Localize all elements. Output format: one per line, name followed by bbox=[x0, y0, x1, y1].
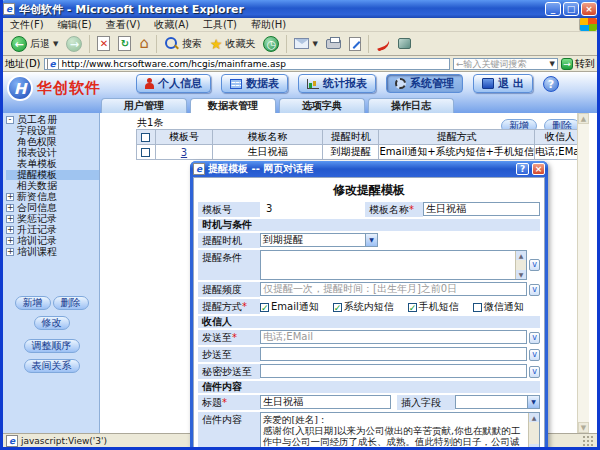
back-button[interactable]: ← 后退 ▼ bbox=[7, 36, 62, 52]
template-no-label: 模板号 bbox=[198, 202, 260, 217]
scroll-down-icon[interactable]: ▼ bbox=[516, 270, 526, 279]
sidebar-modify-button[interactable]: 修改 bbox=[34, 316, 70, 330]
maximize-button[interactable]: □ bbox=[563, 2, 579, 16]
bcc-to-picker-button[interactable]: v bbox=[529, 366, 540, 378]
nav-personal-info[interactable]: 个人信息 bbox=[136, 74, 211, 93]
address-input[interactable]: e http://www.hcrsoftware.com/hcgis/mainf… bbox=[44, 58, 450, 70]
condition-scrollbar[interactable]: ▲▼ bbox=[515, 251, 526, 279]
condition-textarea[interactable] bbox=[260, 250, 527, 280]
close-button[interactable]: × bbox=[581, 2, 597, 16]
url-page-icon: e bbox=[47, 58, 59, 70]
edit-button[interactable] bbox=[345, 37, 365, 51]
dialog-close-button[interactable]: × bbox=[532, 163, 545, 175]
nav-data-tables[interactable]: 数据表 bbox=[221, 74, 288, 93]
menu-view[interactable]: 查看(V) bbox=[99, 18, 148, 32]
expand-icon[interactable]: + bbox=[6, 193, 14, 201]
sidebar-relations-button[interactable]: 表间关系 bbox=[24, 359, 80, 373]
expand-icon[interactable]: + bbox=[6, 237, 14, 245]
scroll-up-icon[interactable]: ▲ bbox=[529, 413, 539, 422]
search-button[interactable]: 搜索 bbox=[160, 36, 206, 51]
brand-name: 华创软件 bbox=[37, 79, 101, 98]
mail-icon bbox=[294, 38, 309, 49]
row-subject: 标题* 插入字段 ▼ bbox=[198, 395, 540, 410]
toolbar-separator bbox=[368, 35, 369, 53]
scroll-up-icon[interactable]: ▲ bbox=[516, 251, 526, 260]
select-all-checkbox[interactable] bbox=[141, 133, 150, 142]
home-button[interactable]: ⌂ bbox=[135, 36, 153, 51]
nav-exit[interactable]: 退 出 bbox=[473, 74, 533, 93]
mail-dropdown-icon[interactable]: ▼ bbox=[312, 40, 317, 48]
scroll-up-icon[interactable]: ▲ bbox=[578, 113, 589, 124]
checkbox-wechat[interactable] bbox=[473, 303, 482, 312]
nav-system-management[interactable]: 系统管理 bbox=[386, 74, 463, 93]
messenger-button[interactable] bbox=[372, 38, 394, 50]
timing-select[interactable]: 到期提醒 ▼ bbox=[260, 233, 378, 247]
go-button[interactable]: → 转到 bbox=[561, 57, 595, 71]
expand-icon[interactable]: + bbox=[6, 204, 14, 212]
sidebar-add-button[interactable]: 新增 bbox=[15, 296, 51, 310]
frequency-input[interactable] bbox=[260, 282, 527, 296]
chart-icon bbox=[307, 79, 319, 89]
menu-tools[interactable]: 工具(T) bbox=[196, 18, 244, 32]
resize-grip[interactable] bbox=[582, 435, 594, 447]
expand-icon[interactable]: + bbox=[6, 248, 14, 256]
frequency-picker-button[interactable]: v bbox=[529, 284, 540, 296]
subject-input[interactable] bbox=[260, 395, 391, 409]
page-scrollbar[interactable]: ▲ ▼ bbox=[577, 113, 589, 433]
col-template-no: 模板号 bbox=[155, 130, 212, 145]
row-checkbox[interactable] bbox=[141, 148, 150, 157]
history-button[interactable]: ◷ bbox=[259, 36, 283, 52]
menu-help[interactable]: 帮助(H) bbox=[244, 18, 293, 32]
cc-to-input[interactable] bbox=[260, 347, 527, 361]
cc-to-picker-button[interactable]: v bbox=[529, 349, 540, 361]
mail-button[interactable]: ▼ bbox=[290, 38, 321, 49]
keyword-dropdown-icon[interactable]: ▼ bbox=[550, 60, 555, 68]
menu-file[interactable]: 文件(F) bbox=[3, 18, 51, 32]
minimize-button[interactable]: _ bbox=[545, 2, 561, 16]
favorites-button[interactable]: ★ 收藏夹 bbox=[206, 37, 260, 51]
extra-tool-button[interactable] bbox=[394, 38, 415, 49]
insert-field-dropdown-icon[interactable]: ▼ bbox=[527, 396, 539, 408]
cell-template-name: 生日祝福 bbox=[213, 145, 323, 160]
sidebar-reorder-button[interactable]: 调整顺序 bbox=[24, 339, 80, 353]
back-dropdown-icon[interactable]: ▼ bbox=[53, 40, 58, 48]
nav-statistics[interactable]: 统计报表 bbox=[298, 74, 376, 93]
stop-button[interactable]: ✕ bbox=[93, 36, 114, 51]
extra-tool-icon bbox=[398, 38, 411, 49]
send-to-label: 发送至* bbox=[198, 330, 260, 345]
scroll-down-icon[interactable]: ▼ bbox=[578, 422, 589, 433]
mail-body-textarea[interactable]: 亲爱的[姓名]： 感谢你[入职日期]以来为公司做出的辛苦贡献,你也在默默的工作中… bbox=[260, 412, 540, 450]
insert-field-select[interactable]: ▼ bbox=[455, 395, 540, 409]
expand-icon[interactable]: + bbox=[6, 226, 14, 234]
expand-icon[interactable]: + bbox=[6, 215, 14, 223]
checkbox-email[interactable] bbox=[260, 303, 269, 312]
timing-dropdown-icon[interactable]: ▼ bbox=[365, 234, 377, 246]
forward-button[interactable]: → bbox=[62, 36, 86, 52]
bcc-to-input[interactable] bbox=[260, 364, 527, 378]
print-button[interactable] bbox=[322, 39, 345, 49]
tab-option-dictionary[interactable]: 选项字典 bbox=[279, 98, 365, 113]
send-to-input[interactable] bbox=[260, 330, 527, 344]
tab-operation-log[interactable]: 操作日志 bbox=[368, 98, 454, 113]
row-template-no: 模板号 3 模板名称* bbox=[198, 202, 540, 217]
tree-item-training-courses[interactable]: +培训课程 bbox=[6, 247, 99, 257]
sidebar-delete-button[interactable]: 删除 bbox=[53, 296, 89, 310]
collapse-icon[interactable]: - bbox=[6, 116, 14, 124]
checkbox-system-sms[interactable] bbox=[333, 303, 342, 312]
condition-picker-button[interactable]: v bbox=[529, 259, 540, 271]
checkbox-mobile-sms[interactable] bbox=[408, 303, 417, 312]
template-link[interactable]: 3 bbox=[181, 147, 187, 158]
send-to-picker-button[interactable]: v bbox=[529, 332, 540, 344]
keyword-search-input[interactable]: ←输入关键词搜索 ▼ bbox=[453, 58, 558, 70]
template-name-input[interactable] bbox=[423, 202, 540, 216]
menu-favorites[interactable]: 收藏(A) bbox=[147, 18, 196, 32]
dialog-help-button[interactable]: ? bbox=[516, 163, 529, 175]
help-icon[interactable]: ? bbox=[543, 76, 559, 92]
scroll-down-icon[interactable]: ▼ bbox=[529, 444, 539, 450]
mail-body-scrollbar[interactable]: ▲▼ bbox=[528, 413, 539, 450]
tab-user-management[interactable]: 用户管理 bbox=[101, 98, 187, 113]
dialog-title-bar: e 提醒模板 -- 网页对话框 ? × bbox=[190, 161, 548, 177]
menu-edit[interactable]: 编辑(E) bbox=[51, 18, 99, 32]
tab-table-management[interactable]: 数据表管理 bbox=[190, 98, 276, 113]
refresh-button[interactable]: ↻ bbox=[114, 36, 135, 51]
